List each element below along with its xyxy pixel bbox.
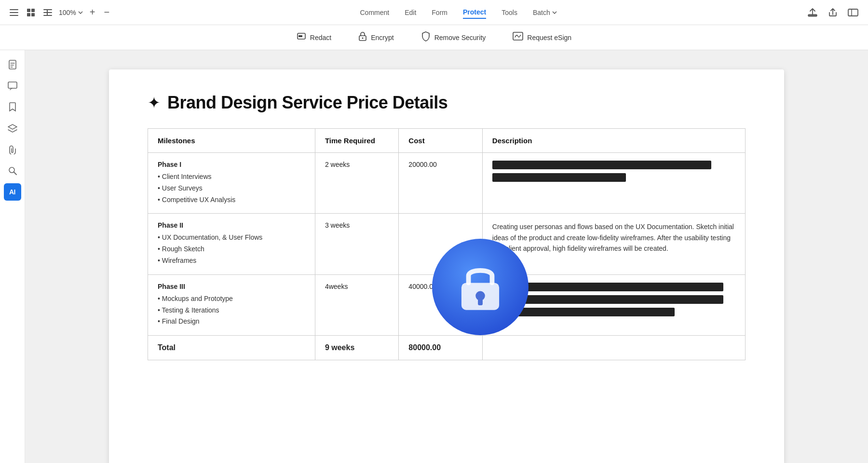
svg-rect-0: [10, 9, 18, 10]
phase2-time: 3 weeks: [315, 214, 398, 274]
svg-rect-4: [31, 9, 35, 12]
total-description: [482, 336, 745, 360]
sidebar-toggle-button[interactable]: [8, 7, 20, 18]
request-esign-label: Request eSign: [527, 34, 571, 41]
encrypt-label: Encrypt: [371, 34, 393, 41]
phase1-milestones: Phase I • Client Interviews • User Surve…: [148, 153, 315, 214]
zoom-level: 100%: [59, 9, 76, 16]
nav-edit[interactable]: Edit: [405, 7, 416, 18]
grid-view-button[interactable]: [25, 7, 37, 18]
phase2-description: Creating user personas and flows based o…: [482, 214, 745, 274]
redact-button[interactable]: Redact: [292, 28, 336, 46]
phase3-milestones: Phase III • Mockups and Prototype • Test…: [148, 274, 315, 335]
phase3-items: • Mockups and Prototype • Testing & Iter…: [158, 293, 305, 327]
document-title-row: ✦ Brand Design Service Price Details: [148, 93, 746, 113]
price-table: Milestones Time Required Cost Descriptio…: [148, 128, 746, 360]
top-bar-actions: [805, 5, 860, 20]
nav-batch[interactable]: Batch: [533, 7, 557, 18]
total-label: Total: [148, 336, 315, 360]
main-layout: AI ✦ Brand Design Service Price Details …: [0, 50, 868, 463]
phase1-description: [482, 153, 745, 214]
svg-rect-3: [27, 9, 30, 12]
esign-icon: [513, 32, 523, 43]
nav-tools[interactable]: Tools: [502, 7, 517, 18]
svg-rect-12: [848, 9, 858, 16]
phase3-time: 4weeks: [315, 274, 398, 335]
col-header-cost: Cost: [399, 129, 482, 153]
svg-point-16: [362, 38, 364, 39]
sidebar-item-attachment[interactable]: [4, 141, 21, 158]
svg-rect-14: [298, 35, 302, 37]
col-header-description: Description: [482, 129, 745, 153]
main-nav: Comment Edit Form Protect Tools Batch: [119, 6, 798, 19]
svg-rect-18: [9, 60, 16, 69]
redacted-bar: [492, 295, 723, 304]
protect-toolbar: Redact Encrypt Remove Security Request e…: [0, 25, 868, 50]
document-area: ✦ Brand Design Service Price Details Mil…: [25, 50, 868, 463]
lock-icon: [358, 31, 367, 43]
phase2-title: Phase II: [158, 221, 305, 229]
redact-label: Redact: [310, 34, 331, 41]
document-title: Brand Design Service Price Details: [167, 93, 448, 113]
sidebar-item-ai[interactable]: AI: [4, 183, 21, 201]
sparkle-icon: ✦: [148, 94, 161, 112]
redacted-bar: [492, 173, 626, 182]
sidebar-item-search[interactable]: [4, 162, 21, 179]
phase2-milestones: Phase II • UX Documentation, & User Flow…: [148, 214, 315, 274]
upload-button[interactable]: [805, 5, 820, 20]
phase3-description: [482, 274, 745, 335]
table-row: Phase I • Client Interviews • User Surve…: [148, 153, 746, 214]
redacted-bar: [492, 161, 711, 169]
phase1-cost: 20000.00: [399, 153, 482, 214]
redacted-bar: [492, 283, 723, 291]
redacted-bar: [492, 308, 675, 316]
table-header-row: Milestones Time Required Cost Descriptio…: [148, 129, 746, 153]
phase1-title: Phase I: [158, 161, 305, 168]
svg-rect-1: [10, 12, 18, 13]
zoom-out-button[interactable]: −: [102, 5, 112, 20]
table-view-button[interactable]: [41, 7, 54, 18]
table-row: Phase III • Mockups and Prototype • Test…: [148, 274, 746, 335]
phase2-items: • UX Documentation, & User Flows • Rough…: [158, 232, 305, 266]
share-button[interactable]: [826, 5, 840, 20]
svg-rect-19: [8, 82, 17, 88]
request-esign-button[interactable]: Request eSign: [508, 29, 576, 46]
zoom-in-button[interactable]: +: [88, 5, 97, 20]
reader-mode-button[interactable]: [846, 7, 860, 18]
svg-point-20: [9, 167, 14, 173]
top-nav-bar: 100% + − Comment Edit Form Protect Tools…: [0, 0, 868, 25]
nav-form[interactable]: Form: [432, 7, 448, 18]
sidebar: AI: [0, 50, 25, 463]
phase1-items: • Client Interviews • User Surveys • Com…: [158, 171, 305, 205]
shield-icon: [421, 31, 431, 44]
phase2-cost: [399, 214, 482, 274]
nav-comment[interactable]: Comment: [360, 7, 389, 18]
remove-security-button[interactable]: Remove Security: [416, 28, 491, 47]
sidebar-item-page[interactable]: [4, 56, 21, 73]
sidebar-item-bookmark[interactable]: [4, 98, 21, 116]
phase3-title: Phase III: [158, 283, 305, 290]
svg-rect-2: [10, 15, 18, 16]
nav-protect[interactable]: Protect: [463, 6, 486, 19]
document-page: ✦ Brand Design Service Price Details Mil…: [109, 69, 784, 463]
phase3-cost: 40000.00: [399, 274, 482, 335]
ai-label: AI: [9, 188, 15, 196]
svg-rect-6: [31, 13, 35, 16]
col-header-time: Time Required: [315, 129, 398, 153]
total-time: 9 weeks: [315, 336, 398, 360]
redact-icon: [297, 31, 306, 43]
encrypt-button[interactable]: Encrypt: [353, 28, 398, 46]
table-row: Phase II • UX Documentation, & User Flow…: [148, 214, 746, 274]
svg-rect-5: [27, 13, 30, 16]
zoom-control[interactable]: 100%: [59, 9, 83, 16]
toolbar-left: 100% + −: [8, 5, 111, 20]
sidebar-item-layers[interactable]: [4, 120, 21, 137]
phase1-time: 2 weeks: [315, 153, 398, 214]
remove-security-label: Remove Security: [434, 34, 486, 41]
phase2-description-text: Creating user personas and flows based o…: [492, 223, 734, 252]
total-cost: 80000.00: [399, 336, 482, 360]
svg-rect-10: [47, 9, 48, 16]
table-total-row: Total 9 weeks 80000.00: [148, 336, 746, 360]
col-header-milestones: Milestones: [148, 129, 315, 153]
sidebar-item-comment[interactable]: [4, 77, 21, 95]
